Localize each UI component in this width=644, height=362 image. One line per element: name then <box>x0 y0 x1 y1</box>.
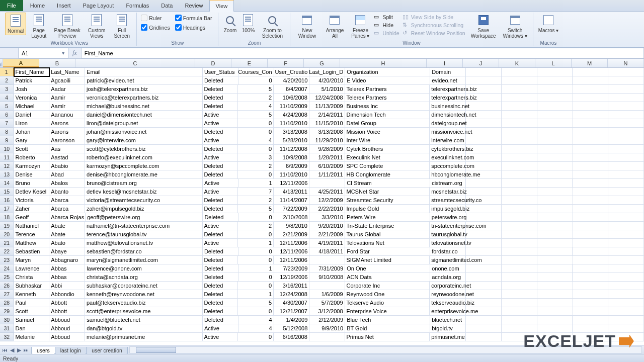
cell[interactable] <box>608 94 644 102</box>
cell[interactable] <box>466 102 502 111</box>
cell[interactable] <box>502 136 537 145</box>
cell[interactable] <box>608 179 644 188</box>
col-header-e[interactable]: E <box>231 59 268 67</box>
cell[interactable] <box>573 316 608 324</box>
cell[interactable]: detlev kesel@mcsnetstar.biz <box>85 188 203 196</box>
cell[interactable] <box>573 153 609 162</box>
cell[interactable] <box>537 196 573 205</box>
cell[interactable] <box>537 128 573 136</box>
cell[interactable]: 5/12/2008 <box>274 324 310 333</box>
btn-hide[interactable]: ▭Hide <box>373 22 400 29</box>
sheet-nav-next-icon[interactable]: ▶ <box>16 347 22 353</box>
cell[interactable]: Matthew <box>14 239 49 247</box>
cell[interactable] <box>608 76 644 85</box>
tab-insert[interactable]: Insert <box>51 0 77 11</box>
cell[interactable] <box>537 230 573 239</box>
row-header[interactable]: 16 <box>0 196 14 205</box>
cell[interactable]: 11/12/2008 <box>274 145 309 153</box>
row-header[interactable]: 29 <box>0 307 14 316</box>
cell[interactable] <box>502 102 537 111</box>
sheet-tab-user-creation[interactable]: user creation <box>86 347 128 354</box>
cell[interactable] <box>608 136 644 145</box>
cell[interactable] <box>502 170 537 179</box>
name-box[interactable]: A1 ▾ <box>18 48 68 58</box>
cell[interactable]: Abate <box>49 222 85 230</box>
cell[interactable]: Abbi <box>49 282 85 290</box>
chk-formula-bar[interactable]: Formula Bar <box>175 15 212 21</box>
cell[interactable]: 0 <box>238 273 274 282</box>
cell[interactable]: Geoff <box>14 213 49 222</box>
row-header[interactable]: 14 <box>0 179 14 188</box>
cell[interactable]: Telerex Partners <box>345 94 430 102</box>
cell[interactable] <box>608 85 644 94</box>
btn-zoom[interactable]: Zoom <box>221 13 238 34</box>
cell[interactable]: 9/9/2010 <box>309 324 345 333</box>
row-header[interactable]: 11 <box>0 153 14 162</box>
cell[interactable] <box>466 222 502 230</box>
cell[interactable]: Abad <box>49 170 85 179</box>
col-header-l[interactable]: L <box>535 59 572 67</box>
cell[interactable] <box>573 145 609 153</box>
cell[interactable]: Dan <box>14 324 50 333</box>
cell[interactable]: Abbott <box>49 307 85 316</box>
cell[interactable] <box>466 290 502 299</box>
cell[interactable]: Deleted <box>203 230 238 239</box>
cell[interactable]: bluetech.net <box>430 316 466 324</box>
cell[interactable]: Victoria <box>14 196 49 205</box>
cell[interactable]: Sebastien <box>14 247 50 256</box>
cell[interactable] <box>608 119 644 128</box>
row-header[interactable]: 8 <box>0 128 14 136</box>
cell[interactable] <box>466 256 502 264</box>
cell[interactable] <box>537 264 573 273</box>
cell[interactable] <box>502 299 537 307</box>
cell[interactable]: Deleted <box>203 264 238 273</box>
cell[interactable]: Deleted <box>203 307 238 316</box>
cell[interactable]: Aas <box>49 145 85 153</box>
cell[interactable]: samuel@bluetech.net <box>85 316 203 324</box>
cell[interactable] <box>502 76 537 85</box>
cell[interactable] <box>466 111 502 119</box>
cell[interactable] <box>573 239 609 247</box>
cell[interactable]: 7/22/2009 <box>274 205 309 213</box>
cell[interactable]: Execulink Net <box>345 153 430 162</box>
cell[interactable] <box>537 145 573 153</box>
row-header[interactable]: 23 <box>0 256 14 264</box>
cell[interactable]: johan@missionvoice.net <box>85 128 203 136</box>
cell[interactable] <box>466 299 502 307</box>
cell[interactable] <box>466 324 502 333</box>
cell[interactable]: Lawrence <box>14 264 50 273</box>
cell[interactable] <box>573 247 608 256</box>
cell[interactable] <box>502 68 537 76</box>
cell[interactable]: Organization <box>345 68 430 76</box>
cell[interactable]: Abaye <box>49 247 85 256</box>
row-header[interactable]: 7 <box>0 119 14 128</box>
cell[interactable] <box>537 111 573 119</box>
cell[interactable] <box>537 170 573 179</box>
cell[interactable]: Abboud <box>49 333 85 341</box>
cell[interactable]: missionvoice.net <box>430 128 466 136</box>
cell[interactable]: corporateinc.net <box>430 282 466 290</box>
chk-ruler[interactable]: Ruler <box>141 15 170 21</box>
cell[interactable]: Abbott <box>49 299 85 307</box>
cell[interactable]: Active <box>203 188 238 196</box>
cell[interactable] <box>608 170 644 179</box>
cell[interactable]: streamtecsecurity.co <box>430 196 466 205</box>
btn-arrange-all[interactable]: Arrange All <box>321 13 348 40</box>
cell[interactable]: taurusglobal.tv <box>430 230 466 239</box>
cell[interactable]: 0 <box>238 282 274 290</box>
cell[interactable]: 3 <box>238 153 274 162</box>
cell[interactable]: 1/4/2009 <box>274 316 310 324</box>
chk-headings[interactable]: Headings <box>175 24 212 31</box>
cell[interactable]: Deleted <box>203 299 238 307</box>
cell[interactable]: 2/21/2009 <box>274 230 309 239</box>
cell[interactable]: 0 <box>238 213 274 222</box>
cell[interactable]: peterswire.org <box>430 213 466 222</box>
cell[interactable] <box>608 256 644 264</box>
cell[interactable] <box>608 68 644 76</box>
cell[interactable]: geoff@peterswire.org <box>86 213 203 222</box>
cell[interactable]: 7 <box>238 188 274 196</box>
row-header[interactable]: 12 <box>0 162 14 170</box>
cell[interactable]: 0 <box>238 333 274 341</box>
cell[interactable]: victoria@streamtecsecurity.co <box>85 196 203 205</box>
cell[interactable]: Nathaniel <box>14 222 49 230</box>
